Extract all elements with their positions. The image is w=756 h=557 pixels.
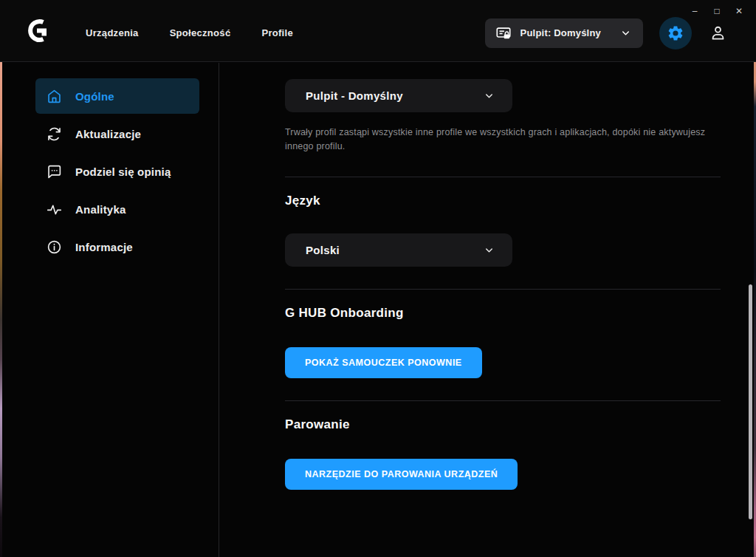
account-button[interactable] [709, 24, 726, 41]
info-icon [47, 239, 62, 255]
sidebar-item-label: Ogólne [75, 90, 114, 103]
ghub-settings-window: – □ ✕ Urządzenia Społeczność Profile [0, 0, 756, 557]
home-icon [47, 89, 62, 104]
nav-devices[interactable]: Urządzenia [86, 27, 139, 38]
sidebar-item-label: Aktualizacje [75, 128, 141, 140]
device-pairing-tool-button[interactable]: NARZĘDZIE DO PAROWANIA URZĄDZEŃ [285, 459, 518, 490]
persistent-profile-note: Trwały profil zastąpi wszystkie inne pro… [285, 126, 712, 154]
chevron-down-icon [484, 90, 495, 101]
chevron-down-icon [620, 27, 631, 38]
sidebar-item-label: Podziel się opinią [75, 165, 171, 178]
sync-icon [47, 126, 62, 142]
feedback-bubble-icon [47, 164, 62, 180]
close-button[interactable]: ✕ [728, 4, 750, 18]
active-profile-dropdown[interactable]: Pulpit: Domyślny [485, 18, 643, 48]
sidebar-item-label: Analityka [75, 203, 126, 216]
section-divider [285, 400, 721, 401]
language-dropdown[interactable]: Polski [285, 233, 512, 267]
sidebar-item-analytics[interactable]: Analityka [35, 191, 199, 227]
nav-community[interactable]: Społeczność [170, 27, 231, 38]
pairing-section-title: Parowanie [285, 417, 756, 432]
gear-icon [667, 24, 684, 42]
settings-button[interactable] [659, 17, 692, 49]
nav-profiles[interactable]: Profile [261, 27, 293, 38]
active-profile-label: Pulpit: Domyślny [520, 27, 601, 38]
top-nav: Urządzenia Społeczność Profile [86, 27, 293, 38]
show-tutorial-button[interactable]: POKAŻ SAMOUCZEK PONOWNIE [285, 347, 482, 378]
sidebar-item-about[interactable]: Informacje [35, 229, 199, 264]
maximize-button[interactable]: □ [706, 4, 728, 18]
header-right: Pulpit: Domyślny [485, 17, 726, 49]
desktop-edge-left [0, 62, 2, 557]
section-divider [285, 289, 721, 290]
language-section-title: Język [285, 194, 756, 208]
onboarding-section-title: G HUB Onboarding [285, 306, 756, 321]
sidebar-item-feedback[interactable]: Podziel się opinią [35, 154, 199, 189]
sidebar-item-updates[interactable]: Aktualizacje [35, 116, 199, 151]
header-bar: – □ ✕ Urządzenia Społeczność Profile [0, 0, 756, 62]
activity-icon [47, 202, 62, 217]
language-value: Polski [306, 244, 340, 256]
profile-card-lock-icon [495, 25, 512, 41]
vertical-scrollbar[interactable] [749, 284, 752, 519]
section-divider [285, 177, 721, 177]
persistent-profile-value: Pulpit - Domyślny [306, 89, 403, 102]
settings-content: Pulpit - Domyślny Trwały profil zastąpi … [220, 63, 756, 557]
sidebar-item-label: Informacje [75, 241, 133, 253]
chevron-down-icon [484, 245, 495, 256]
person-icon [709, 24, 726, 41]
window-controls: – □ ✕ [684, 4, 750, 18]
persistent-profile-dropdown[interactable]: Pulpit - Domyślny [285, 79, 512, 112]
logitech-g-logo[interactable] [27, 18, 50, 43]
sidebar-item-general[interactable]: Ogólne [35, 78, 199, 114]
settings-sidebar: Ogólne Aktualizacje Podziel się opinią [0, 63, 219, 557]
minimize-button[interactable]: – [684, 4, 706, 18]
